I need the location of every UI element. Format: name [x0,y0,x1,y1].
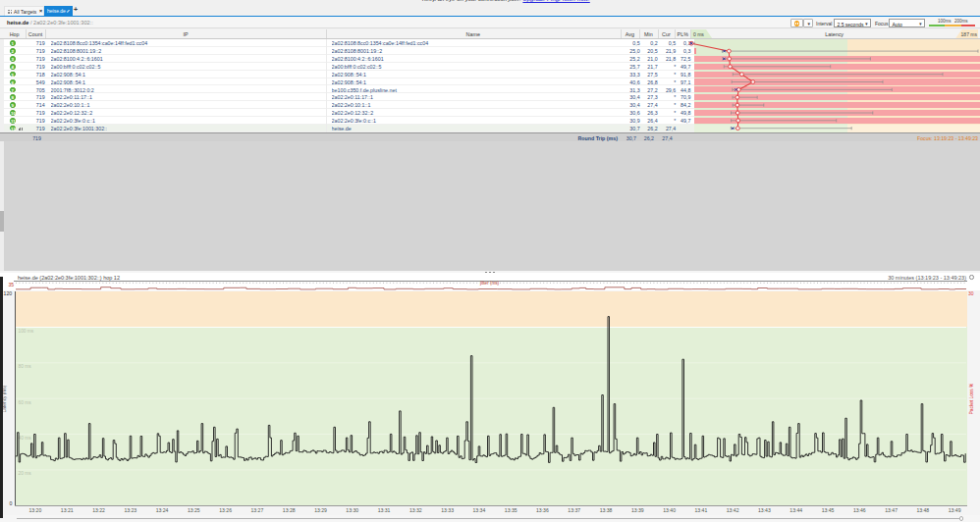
svg-text:40 ms: 40 ms [19,435,32,440]
svg-text:80 ms: 80 ms [19,364,32,369]
svg-text:20 ms: 20 ms [19,471,32,476]
svg-text:60 ms: 60 ms [19,399,32,404]
svg-text:100 ms: 100 ms [19,328,34,333]
